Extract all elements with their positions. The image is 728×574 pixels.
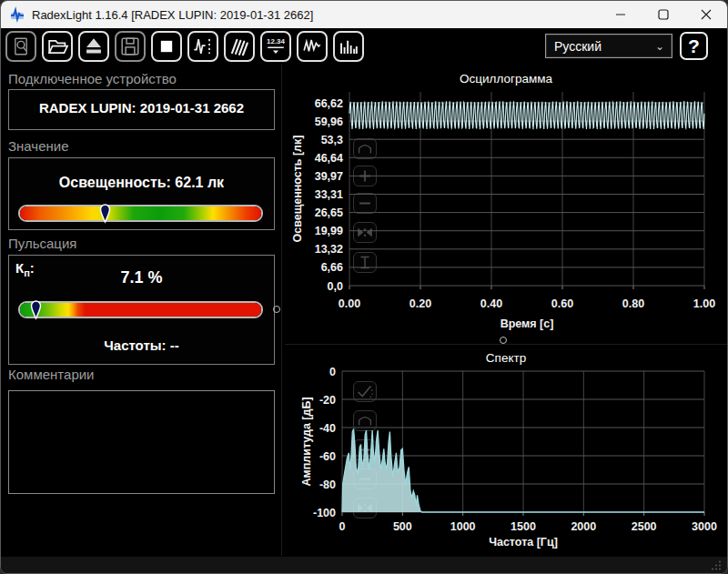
horizontal-splitter-handle[interactable]: [500, 337, 507, 344]
y-tick-label: -20: [319, 394, 336, 407]
x-tick-label: 1500: [511, 520, 536, 533]
spectrum-chart[interactable]: Спектр0500100015002000250030000-20-40-60…: [283, 350, 728, 556]
y-tick-label: 59,96: [315, 116, 343, 128]
value-section-header: Значение: [8, 138, 69, 154]
pulsation-sweep-icon: [226, 33, 253, 60]
x-tick-label: 2500: [632, 520, 657, 533]
illuminance-reading: Освещенность: 62.1 лк: [9, 175, 274, 191]
device-section-header: Подключенное устройство: [8, 71, 177, 86]
svg-text:12.34: 12.34: [267, 37, 285, 45]
pulsation-gradient: [20, 303, 261, 317]
x-tick-label: 500: [393, 520, 412, 533]
y-tick-label: 0,0: [328, 280, 343, 293]
maximize-icon: [658, 9, 669, 20]
y-tick-label: -80: [319, 478, 336, 491]
minimize-icon: [615, 9, 626, 20]
oscillogram-view-icon: [298, 33, 326, 60]
help-button[interactable]: ?: [680, 32, 708, 60]
y-tick-label: 26,65: [315, 206, 343, 219]
y-tick-label: 6,66: [321, 261, 343, 274]
app-icon: [9, 6, 25, 23]
y-tick-label: 66,62: [315, 97, 343, 110]
x-axis-label: Частота [Гц]: [489, 536, 558, 549]
chart-title: Осциллограмма: [460, 72, 552, 86]
y-tick-label: -40: [319, 422, 336, 435]
device-box: RADEX LUPIN: 2019-01-31 2662: [8, 89, 275, 130]
oscillogram-view-button[interactable]: [297, 31, 328, 62]
x-tick-label: 2000: [571, 520, 596, 533]
x-tick-label: 3000: [692, 520, 717, 533]
y-tick-label: 33,31: [315, 188, 343, 201]
document-search-icon: [7, 33, 35, 60]
save-button[interactable]: [115, 31, 146, 62]
kp-value: 7.1 %: [9, 268, 274, 287]
chevron-down-icon: ⌄: [655, 40, 664, 53]
y-tick-label: 46,64: [315, 152, 343, 165]
pulsation-scale-bar: [18, 301, 263, 318]
horizontal-splitter[interactable]: [285, 344, 727, 345]
comments-input[interactable]: [8, 390, 275, 494]
spectrum-view-button[interactable]: [333, 31, 364, 62]
x-axis-label: Время [с]: [500, 317, 554, 330]
document-search-button[interactable]: [5, 31, 36, 62]
pulse-measure-icon: [189, 33, 217, 60]
comments-section-header: Комментарии: [8, 367, 94, 382]
y-tick-label: 53,3: [321, 134, 343, 146]
close-button[interactable]: [684, 1, 727, 28]
numeric-display-icon: 12.34: [262, 33, 289, 60]
x-tick-label: 0.20: [410, 297, 431, 310]
y-tick-label: -60: [319, 450, 336, 463]
kp-label: Кп:: [15, 260, 35, 278]
y-axis-label: Освещенность [лк]: [291, 136, 304, 243]
pulsation-section-header: Пульсация: [8, 236, 76, 251]
chart-title: Спектр: [486, 351, 526, 365]
illuminance-scale-bar: [18, 205, 263, 222]
pulse-measure-button[interactable]: [187, 31, 218, 62]
stop-icon: [153, 33, 180, 60]
x-tick-label: 1000: [450, 520, 476, 533]
app-window: RadexLight 1.16.4 [RADEX LUPIN: 2019-01-…: [0, 0, 728, 574]
statusbar: [1, 556, 727, 574]
y-tick-label: 13,32: [315, 243, 343, 256]
device-name: RADEX LUPIN: 2019-01-31 2662: [9, 100, 274, 116]
pulsation-box: Кп: 7.1 % Частоты: --: [8, 255, 275, 365]
x-tick-label: 0.40: [480, 297, 502, 310]
y-tick-label: -100: [313, 507, 336, 519]
open-folder-button[interactable]: [42, 31, 73, 62]
close-icon: [701, 9, 712, 20]
resize-grip-icon[interactable]: [711, 559, 722, 570]
y-tick-label: 19,99: [315, 225, 343, 237]
spectrum-view-icon: [335, 33, 362, 60]
y-tick-label: 39,97: [315, 170, 343, 183]
eject-icon: [80, 33, 107, 60]
illuminance-marker-icon: [98, 201, 112, 224]
maximize-button[interactable]: [642, 1, 684, 28]
x-tick-label: 0: [339, 520, 346, 533]
x-tick-label: 1.00: [693, 297, 715, 310]
numeric-display-button[interactable]: 12.34: [260, 31, 291, 62]
pulsation-sweep-button[interactable]: [224, 31, 255, 62]
eject-button[interactable]: [78, 31, 109, 62]
vertical-splitter-handle[interactable]: [273, 306, 280, 313]
value-box: Освещенность: 62.1 лк: [8, 157, 275, 230]
pulsation-marker-icon: [29, 297, 43, 320]
titlebar: RadexLight 1.16.4 [RADEX LUPIN: 2019-01-…: [1, 1, 727, 28]
stop-button[interactable]: [151, 31, 182, 62]
x-tick-label: 0.60: [551, 297, 573, 310]
open-folder-icon: [44, 33, 71, 60]
save-icon: [116, 33, 144, 60]
minimize-button[interactable]: [599, 1, 642, 28]
frequencies-value: Частоты: --: [9, 337, 274, 353]
toolbar: 12.34 Русский ⌄ ?: [1, 28, 727, 63]
oscillogram-chart[interactable]: Осциллограмма0.000.200.400.600.801.0066,…: [283, 70, 728, 339]
x-tick-label: 0.00: [339, 297, 360, 310]
waveform-trace: [349, 101, 704, 129]
vertical-splitter[interactable]: [281, 65, 282, 556]
x-tick-label: 0.80: [622, 297, 644, 310]
language-select[interactable]: Русский ⌄: [545, 34, 672, 58]
y-tick-label: 0: [329, 366, 336, 378]
illuminance-gradient: [20, 206, 261, 220]
window-title: RadexLight 1.16.4 [RADEX LUPIN: 2019-01-…: [32, 8, 313, 22]
y-axis-label: Амплитуда [дБ]: [300, 397, 313, 486]
language-value: Русский: [554, 39, 602, 54]
